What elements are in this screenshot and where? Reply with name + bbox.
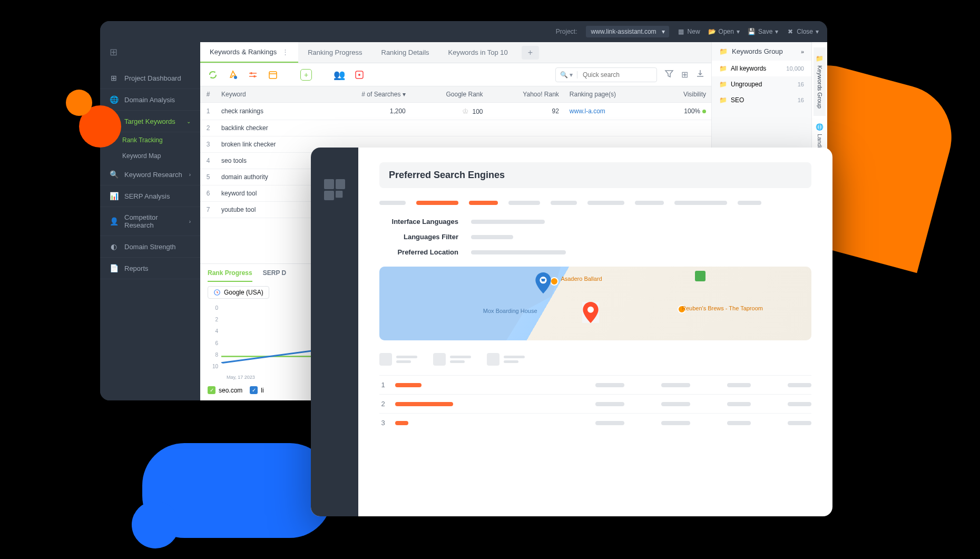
modal-sidebar bbox=[311, 148, 358, 516]
bp-tab-rank-progress[interactable]: Rank Progress bbox=[208, 269, 252, 282]
refresh-icon[interactable] bbox=[207, 68, 219, 81]
result-row[interactable]: 3 bbox=[379, 413, 811, 432]
tab-ranking-details[interactable]: Ranking Details bbox=[372, 42, 439, 63]
stop-icon[interactable] bbox=[353, 68, 366, 81]
skeleton-tab[interactable] bbox=[551, 201, 577, 205]
vert-tab-keywords-group[interactable]: 📁Keywords Group bbox=[814, 47, 826, 116]
skeleton-tab[interactable] bbox=[379, 201, 406, 205]
chevron-right-icon: › bbox=[189, 172, 191, 178]
col-visibility[interactable]: Visibility bbox=[657, 86, 711, 103]
tool-settings-icon[interactable] bbox=[247, 68, 259, 81]
table-row[interactable]: 2backlink checker bbox=[200, 120, 711, 136]
google-icon bbox=[213, 289, 221, 296]
nav-reports[interactable]: 📄Reports bbox=[100, 258, 200, 279]
subnav-keyword-map[interactable]: Keyword Map bbox=[100, 148, 200, 164]
location-map[interactable]: Mox Boarding House Asadero Ballard Reube… bbox=[379, 267, 811, 340]
result-bar bbox=[395, 421, 408, 425]
tab-ranking-progress[interactable]: Ranking Progress bbox=[298, 42, 371, 63]
project-select[interactable]: www.link-assistant.com bbox=[586, 26, 669, 37]
skeleton-tab[interactable] bbox=[469, 201, 498, 205]
result-row[interactable]: 1 bbox=[379, 375, 811, 394]
form-row: Preferred Location bbox=[379, 248, 811, 256]
col-pages[interactable]: Ranking page(s) bbox=[564, 86, 657, 103]
nav-competitor-research[interactable]: 👤Competitor Research› bbox=[100, 207, 200, 236]
keyword-group-item[interactable]: 📁Ungrouped16 bbox=[712, 76, 811, 92]
skeleton-tab[interactable] bbox=[508, 201, 540, 205]
skeleton-tab[interactable] bbox=[416, 201, 458, 205]
form-value-skeleton[interactable] bbox=[471, 220, 545, 224]
tab-menu-icon[interactable]: ⋮ bbox=[282, 48, 289, 56]
map-poi-icon bbox=[695, 271, 705, 281]
table-row[interactable]: 1 check rankings 1,200 ♔ 100 92 www.l-a.… bbox=[200, 103, 711, 120]
table-header-row: # Keyword # of Searches ▾ Google Rank Ya… bbox=[200, 86, 711, 103]
search-dropdown-icon[interactable]: 🔍 ▾ bbox=[556, 71, 577, 79]
dashboard-icon: ⊞ bbox=[110, 74, 118, 82]
folder-icon: 📁 bbox=[719, 47, 728, 55]
col-google[interactable]: Google Rank bbox=[411, 86, 488, 103]
results-header bbox=[379, 353, 811, 366]
tool-a-icon[interactable] bbox=[227, 68, 239, 81]
nav-domain-analysis[interactable]: 🌐Domain Analysis bbox=[100, 89, 200, 111]
right-panel-header: 📁 Keywords Group » bbox=[712, 42, 811, 61]
map-water bbox=[379, 267, 561, 340]
result-row[interactable]: 2 bbox=[379, 394, 811, 413]
skeleton-tab[interactable] bbox=[587, 201, 624, 205]
collapse-icon[interactable]: » bbox=[801, 48, 804, 55]
tab-keywords-rankings[interactable]: Keywords & Rankings⋮ bbox=[200, 42, 298, 63]
folder-icon: 📁 bbox=[719, 81, 727, 88]
grid-icon[interactable] bbox=[324, 179, 345, 200]
tab-add-button[interactable]: + bbox=[522, 46, 539, 60]
form-value-skeleton[interactable] bbox=[471, 250, 566, 254]
legend-item[interactable]: ✓li bbox=[250, 386, 263, 394]
form-label: Interface Languages bbox=[379, 218, 458, 225]
app-logo: ⊞ bbox=[100, 46, 200, 61]
users-icon: 👤 bbox=[110, 217, 118, 225]
svg-point-5 bbox=[358, 74, 360, 76]
people-icon[interactable]: 👥 bbox=[333, 68, 346, 81]
col-index[interactable]: # bbox=[200, 86, 216, 103]
keyword-group-item[interactable]: 📁SEO16 bbox=[712, 92, 811, 108]
legend-item[interactable]: ✓seo.com bbox=[208, 386, 242, 394]
result-card-skeleton bbox=[487, 353, 525, 366]
form-value-skeleton[interactable] bbox=[471, 235, 513, 239]
form-label: Languages Filter bbox=[379, 233, 458, 241]
save-button[interactable]: 💾Save ▾ bbox=[748, 28, 778, 35]
nav-serp-analysis[interactable]: 📊SERP Analysis bbox=[100, 185, 200, 207]
download-icon[interactable] bbox=[695, 69, 705, 81]
skeleton-tab[interactable] bbox=[674, 201, 727, 205]
add-button[interactable]: + bbox=[300, 69, 312, 81]
col-searches[interactable]: # of Searches ▾ bbox=[322, 86, 411, 103]
svg-point-0 bbox=[234, 76, 237, 79]
col-keyword[interactable]: Keyword bbox=[216, 86, 322, 103]
close-button[interactable]: ✖Close ▾ bbox=[787, 28, 819, 35]
nav-domain-strength[interactable]: ◐Domain Strength bbox=[100, 236, 200, 258]
grid-icon[interactable]: ⊞ bbox=[681, 70, 688, 80]
ranking-page-link[interactable]: www.l-a.com bbox=[570, 107, 605, 115]
map-location-pin[interactable] bbox=[582, 302, 599, 323]
search-engine-chip[interactable]: Google (USA) bbox=[208, 286, 269, 299]
modal-title: Preferred Search Engines bbox=[389, 170, 802, 181]
map-poi-label: Asadero Ballard bbox=[561, 276, 602, 282]
checkbox-icon: ✓ bbox=[250, 386, 258, 394]
filter-icon[interactable] bbox=[664, 69, 674, 81]
skeleton-tab[interactable] bbox=[635, 201, 664, 205]
col-yahoo[interactable]: Yahoo! Rank bbox=[488, 86, 564, 103]
tab-keywords-top10[interactable]: Keywords in Top 10 bbox=[439, 42, 517, 63]
folder-icon: 📁 bbox=[816, 55, 824, 62]
skeleton-tab[interactable] bbox=[738, 201, 761, 205]
map-cart-pin bbox=[535, 272, 552, 293]
keyword-group-item[interactable]: 📁All keywords10,000 bbox=[712, 61, 811, 76]
close-icon: ✖ bbox=[787, 28, 794, 35]
open-button[interactable]: 📂Open ▾ bbox=[709, 28, 740, 35]
search-input[interactable] bbox=[577, 71, 656, 79]
calendar-icon[interactable] bbox=[267, 68, 279, 81]
nav-keyword-research[interactable]: 🔍Keyword Research› bbox=[100, 164, 200, 185]
folder-icon: 📁 bbox=[719, 96, 727, 104]
result-card-skeleton bbox=[379, 353, 417, 366]
globe-icon: 🌐 bbox=[110, 95, 118, 104]
preferences-modal: Preferred Search Engines Interface Langu… bbox=[311, 148, 832, 516]
nav-project-dashboard[interactable]: ⊞Project Dashboard bbox=[100, 67, 200, 89]
bp-tab-serp[interactable]: SERP D bbox=[263, 269, 286, 282]
chevron-down-icon: ⌄ bbox=[187, 119, 191, 124]
new-button[interactable]: ▦New bbox=[678, 28, 700, 35]
